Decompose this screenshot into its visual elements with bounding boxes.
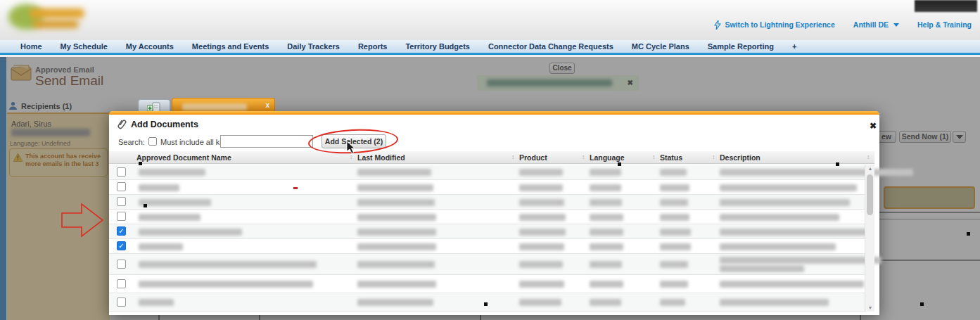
redacted-cell-text: [590, 214, 623, 221]
row-checkbox[interactable]: [117, 212, 126, 221]
scroll-down-icon[interactable]: ▼: [865, 305, 875, 310]
nav-tab-meetings-and-events[interactable]: Meetings and Events: [183, 39, 278, 54]
nav-tabs: HomeMy ScheduleMy AccountsMeetings and E…: [0, 40, 980, 55]
documents-table-body: ✓✓: [109, 165, 865, 312]
row-checkbox[interactable]: [117, 297, 126, 307]
column-header-description[interactable]: Description: [720, 153, 761, 162]
redacted-username: [915, 0, 977, 12]
app-screen: Switch to Lightning Experience Anthill D…: [0, 0, 980, 320]
nav-tab-daily-trackers[interactable]: Daily Trackers: [278, 39, 349, 54]
redacted-cell-text: [519, 243, 564, 250]
redacted-cell-text: [519, 281, 564, 288]
redacted-cell-text: [519, 261, 563, 268]
close-modal-icon[interactable]: ✖: [870, 121, 877, 131]
column-header-approved-document-name[interactable]: Approved Document Name: [136, 153, 231, 162]
redacted-cell-text: [139, 281, 313, 288]
logo-blur-shape: [32, 20, 79, 28]
mouse-cursor-icon: [346, 141, 356, 154]
row-checkbox[interactable]: [117, 167, 126, 177]
redacted-cell-text: [357, 169, 431, 176]
redacted-cell-text: [590, 229, 623, 236]
lightning-icon: [714, 20, 721, 30]
column-header-status[interactable]: Status: [660, 153, 682, 162]
redacted-cell-text: [519, 199, 564, 206]
nav-tab-my-accounts[interactable]: My Accounts: [117, 39, 183, 54]
redacted-cell-text: [357, 199, 435, 206]
artifact-marker: [144, 204, 147, 207]
nav-tab-connector-data-change-requests[interactable]: Connector Data Change Requests: [479, 39, 623, 54]
row-checkbox[interactable]: [117, 197, 126, 206]
redacted-cell-text: [519, 169, 563, 176]
redacted-cell-text: [720, 169, 913, 176]
row-checkbox[interactable]: ✓: [117, 241, 126, 250]
sort-icon[interactable]: ↕: [511, 153, 515, 160]
table-row: ✓: [109, 224, 865, 239]
nav-tab-my-schedule[interactable]: My Schedule: [51, 39, 117, 54]
modal-accent-bar: [109, 111, 879, 115]
table-row: [109, 180, 865, 195]
redacted-cell-text: [139, 214, 201, 221]
redacted-cell-text: [720, 199, 850, 206]
redacted-cell-text: [519, 299, 561, 306]
switch-to-lightning-link[interactable]: Switch to Lightning Experience: [714, 20, 834, 30]
redacted-cell-text: [720, 214, 839, 221]
nav-tab-territory-budgets[interactable]: Territory Budgets: [396, 39, 478, 54]
scrollbar-thumb[interactable]: [867, 174, 873, 215]
redacted-tab-label: [182, 103, 247, 110]
nav-tab-mc-cycle-plans[interactable]: MC Cycle Plans: [623, 39, 699, 54]
sort-icon[interactable]: ↕: [867, 153, 870, 160]
redacted-cell-text: [590, 184, 621, 191]
redacted-cell-text: [720, 229, 867, 236]
redacted-cell-text: [357, 229, 436, 236]
modal-scrollbar[interactable]: ▲ ▼: [865, 165, 874, 312]
table-row: [109, 195, 865, 210]
row-checkbox[interactable]: [117, 279, 126, 288]
redacted-cell-text: [720, 257, 882, 264]
utility-bar: Switch to Lightning Experience Anthill D…: [714, 19, 972, 30]
paperclip-icon: [115, 117, 129, 132]
sort-icon[interactable]: ↕: [712, 153, 715, 160]
sort-icon[interactable]: ↕: [582, 153, 585, 160]
keywords-checkbox[interactable]: [148, 137, 157, 146]
row-checkbox[interactable]: [117, 260, 126, 269]
redacted-cell-text: [590, 281, 623, 288]
redacted-cell-text: [720, 299, 829, 306]
org-menu-label: Anthill DE: [853, 20, 889, 29]
redacted-cell-text: [519, 184, 563, 191]
help-training-link[interactable]: Help & Training: [917, 20, 972, 29]
nav-tab-home[interactable]: Home: [11, 39, 51, 54]
row-checkbox[interactable]: [117, 182, 126, 191]
redacted-cell-text: [590, 261, 622, 268]
org-menu[interactable]: Anthill DE: [853, 20, 899, 29]
redacted-cell-text: [660, 261, 688, 268]
row-checkbox[interactable]: ✓: [117, 226, 126, 236]
company-logo: [8, 2, 89, 32]
redacted-cell-text: [519, 229, 566, 236]
scroll-up-icon[interactable]: ▲: [865, 166, 875, 171]
column-header-last-modified[interactable]: Last Modified: [357, 153, 405, 162]
nav-tab-sample-reporting[interactable]: Sample Reporting: [699, 39, 783, 54]
nav-tab-reports[interactable]: Reports: [349, 39, 397, 54]
redacted-cell-text: [139, 184, 179, 191]
redacted-cell-text: [720, 184, 857, 191]
table-row: ✓: [109, 239, 865, 254]
redacted-cell-text: [720, 243, 836, 250]
chevron-down-icon: [893, 23, 899, 27]
search-input[interactable]: [220, 135, 313, 148]
documents-table-header: Approved Document NameLast ModifiedProdu…: [109, 151, 874, 164]
top-header: Switch to Lightning Experience Anthill D…: [0, 0, 980, 40]
redacted-cell-text: [660, 169, 687, 176]
redacted-cell-text: [357, 299, 433, 306]
redacted-cell-text: [660, 199, 688, 206]
sort-icon[interactable]: ↕: [350, 153, 353, 160]
column-header-language[interactable]: Language: [590, 153, 625, 162]
annotation-arrow-icon: [59, 201, 106, 239]
artifact-marker: [920, 302, 924, 306]
nav-tab-[interactable]: +: [783, 39, 806, 54]
close-tab-icon[interactable]: x: [265, 101, 269, 109]
redacted-cell-text: [519, 214, 566, 221]
switch-link-label: Switch to Lightning Experience: [725, 20, 834, 29]
sort-icon[interactable]: ↕: [652, 153, 656, 160]
redacted-cell-text: [660, 184, 689, 191]
column-header-product[interactable]: Product: [519, 153, 547, 162]
